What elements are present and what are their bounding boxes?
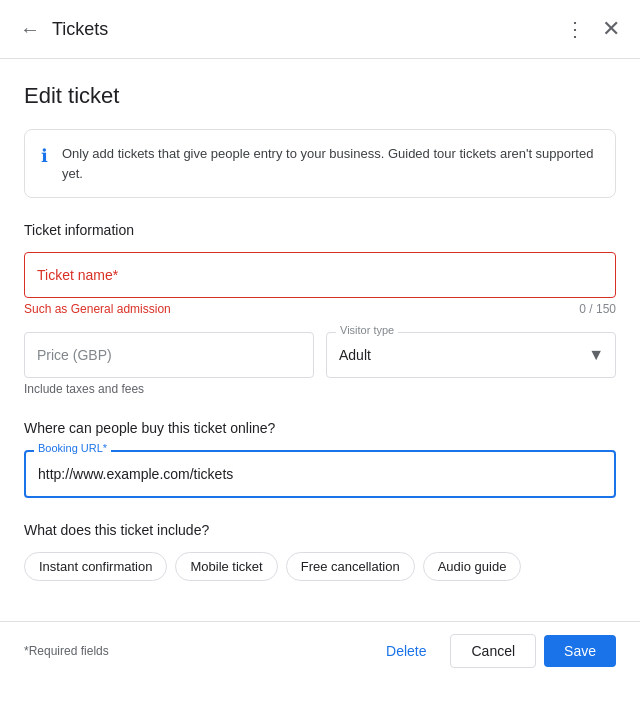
tag-free-cancellation[interactable]: Free cancellation [286, 552, 415, 581]
info-icon: ℹ [41, 145, 48, 167]
price-visitor-row: Visitor type Adult Child Senior Student … [24, 332, 616, 378]
price-input[interactable] [24, 332, 314, 378]
more-options-button[interactable]: ⋮ [565, 17, 586, 41]
price-field [24, 332, 314, 378]
visitor-type-label: Visitor type [336, 324, 398, 336]
cancel-button[interactable]: Cancel [450, 634, 536, 668]
booking-url-input[interactable] [24, 450, 616, 498]
booking-question: Where can people buy this ticket online? [24, 420, 616, 436]
save-button[interactable]: Save [544, 635, 616, 667]
required-fields-label: *Required fields [24, 644, 370, 658]
header-title: Tickets [52, 19, 565, 40]
ticket-name-hint: Such as General admission [24, 302, 171, 316]
page-title: Edit ticket [24, 83, 616, 109]
tag-audio-guide[interactable]: Audio guide [423, 552, 522, 581]
tag-mobile-ticket[interactable]: Mobile ticket [175, 552, 277, 581]
ticket-name-group: Such as General admission 0 / 150 [24, 252, 616, 316]
ticket-name-count: 0 / 150 [579, 302, 616, 316]
footer: *Required fields Delete Cancel Save [0, 621, 640, 680]
info-box-text: Only add tickets that give people entry … [62, 144, 599, 183]
booking-url-field: Booking URL* [24, 450, 616, 498]
includes-question: What does this ticket include? [24, 522, 616, 538]
main-content: Edit ticket ℹ Only add tickets that give… [0, 59, 640, 621]
header: ← Tickets ⋮ ✕ [0, 0, 640, 59]
tag-instant-confirmation[interactable]: Instant confirmation [24, 552, 167, 581]
close-button[interactable]: ✕ [602, 16, 620, 42]
delete-button[interactable]: Delete [370, 635, 442, 667]
visitor-type-field: Visitor type Adult Child Senior Student … [326, 332, 616, 378]
ticket-name-input[interactable] [24, 252, 616, 298]
footer-actions: Delete Cancel Save [370, 634, 616, 668]
info-box: ℹ Only add tickets that give people entr… [24, 129, 616, 198]
back-button[interactable]: ← [20, 19, 40, 39]
header-actions: ⋮ ✕ [565, 16, 620, 42]
taxes-hint: Include taxes and fees [24, 382, 616, 396]
visitor-type-select[interactable]: Adult Child Senior Student [326, 332, 616, 378]
booking-url-label: Booking URL* [34, 442, 111, 454]
tags-row: Instant confirmation Mobile ticket Free … [24, 552, 616, 581]
ticket-name-hints: Such as General admission 0 / 150 [24, 302, 616, 316]
ticket-name-field [24, 252, 616, 298]
ticket-info-label: Ticket information [24, 222, 616, 238]
